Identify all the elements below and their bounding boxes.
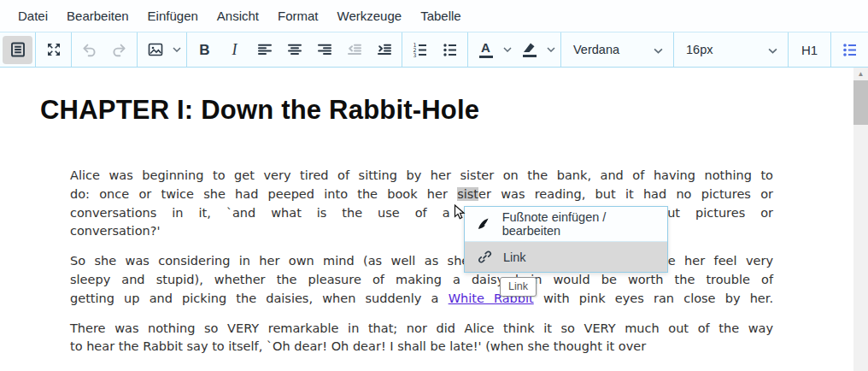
link-tooltip: Link (500, 277, 537, 297)
outdent-button[interactable] (339, 36, 369, 64)
text-color-chevron-icon[interactable] (501, 36, 514, 64)
text-run: getting up and picking the daisies, when… (70, 292, 449, 305)
document-body[interactable]: CHAPTER I: Down the Rabbit-Hole Alice wa… (0, 68, 868, 356)
menu-item-footnote-label: Fußnote einfügen / bearbeiten (502, 210, 655, 238)
menu-insert[interactable]: Einfügen (138, 3, 208, 28)
image-dropdown-chevron-icon[interactable] (170, 36, 184, 64)
editor-window: Datei Bearbeiten Einfügen Ansicht Format… (0, 0, 868, 371)
bold-button[interactable]: B (190, 36, 220, 64)
fullscreen-icon (45, 41, 62, 58)
toolbar-group-image (138, 32, 187, 67)
menubar: Datei Bearbeiten Einfügen Ansicht Format… (0, 0, 868, 32)
document-heading: CHAPTER I: Down the Rabbit-Hole (40, 95, 868, 126)
menu-item-link[interactable]: Link (465, 242, 667, 272)
editor-content-area[interactable]: CHAPTER I: Down the Rabbit-Hole Alice wa… (0, 68, 868, 371)
undo-icon (80, 41, 98, 59)
redo-button[interactable] (104, 36, 134, 64)
font-size-chevron-icon (768, 43, 777, 56)
align-center-icon (286, 41, 303, 58)
font-family-chevron-icon (654, 43, 663, 56)
align-right-icon (316, 41, 333, 58)
menu-format[interactable]: Format (268, 3, 328, 28)
undo-button[interactable] (74, 36, 104, 64)
bullet-list-button[interactable] (435, 36, 465, 64)
text-color-icon: A (479, 41, 493, 58)
font-family-value: Verdana (573, 43, 619, 56)
highlight-chevron-icon[interactable] (544, 36, 558, 64)
indent-button[interactable] (369, 36, 399, 64)
text-line: sleepy and stupid), whether the pleasure… (70, 271, 773, 290)
toolbar-group-history (72, 32, 138, 67)
font-size-select[interactable]: 16px (674, 32, 789, 67)
mouse-cursor-icon (454, 204, 467, 223)
highlight-holder (514, 36, 544, 64)
link-icon (477, 250, 492, 264)
menu-view[interactable]: Ansicht (208, 3, 268, 28)
text-line: do: once or twice she had peeped into th… (70, 186, 773, 204)
quill-icon (477, 217, 491, 231)
indent-icon (376, 41, 393, 58)
toolbar-group-colors: A (468, 32, 561, 67)
menu-item-link-label: Link (503, 250, 526, 264)
align-left-icon (256, 41, 273, 58)
italic-icon: I (232, 42, 238, 57)
scrollbar-up-arrow-icon[interactable]: ▲ (853, 68, 868, 80)
paragraph-3: There was nothing so VERY remarkable in … (70, 320, 773, 357)
bold-icon: B (199, 43, 209, 57)
italic-button[interactable]: I (220, 36, 249, 64)
align-left-button[interactable] (249, 36, 279, 64)
link-tooltip-label: Link (508, 280, 528, 292)
menu-table[interactable]: Tabelle (411, 3, 471, 28)
scrollbar-thumb[interactable] (853, 80, 868, 125)
menu-tools[interactable]: Werkzeuge (328, 3, 412, 28)
svg-text:3: 3 (413, 52, 416, 58)
toolbar-group-lists: 123 (402, 32, 468, 67)
text-line: to hear the Rabbit say to itself, `Oh de… (70, 338, 773, 356)
numbered-list-button[interactable]: 123 (405, 36, 435, 64)
toc-list-icon (842, 41, 859, 58)
insert-image-button[interactable] (140, 36, 184, 64)
heading-h1-label: H1 (801, 43, 818, 57)
toc-list-button[interactable] (835, 36, 865, 64)
font-size-value: 16px (686, 43, 713, 56)
image-icon (147, 41, 164, 58)
context-menu: Fußnote einfügen / bearbeiten Link (464, 206, 668, 273)
heading-h1-button[interactable]: H1 (789, 32, 831, 67)
outdent-icon (346, 41, 363, 58)
toolbar: B I (0, 32, 868, 68)
fullscreen-button[interactable] (38, 36, 68, 64)
bullet-list-icon (442, 41, 459, 58)
font-family-select[interactable]: Verdana (561, 32, 674, 67)
text-line: Alice was beginning to get very tired of… (70, 167, 773, 186)
highlight-icon (522, 42, 537, 57)
highlight-color-button[interactable] (514, 36, 558, 64)
selected-text: sist (457, 187, 478, 201)
text-line: getting up and picking the daisies, when… (70, 290, 773, 309)
document-view-button[interactable] (3, 36, 32, 64)
text-run: er was reading, but it had no pictures o… (478, 187, 773, 201)
vertical-scrollbar[interactable]: ▲ (853, 68, 868, 371)
text-run: do: once or twice she had peeped into th… (70, 187, 457, 201)
image-icon-holder (140, 36, 170, 64)
toolbar-group-fullscreen (36, 32, 72, 67)
menu-item-footnote[interactable]: Fußnote einfügen / bearbeiten (465, 207, 667, 241)
align-right-button[interactable] (309, 36, 339, 64)
text-run: with pink eyes ran close by her. (534, 292, 773, 305)
text-line: There was nothing so VERY remarkable in … (70, 320, 773, 339)
menu-file[interactable]: Datei (9, 3, 57, 28)
toolbar-group-format: B I (187, 32, 402, 67)
document-view-icon (9, 41, 26, 58)
toolbar-group-toc (831, 32, 868, 67)
text-color-holder: A (471, 36, 501, 64)
toolbar-group-view (0, 32, 36, 67)
text-color-button[interactable]: A (471, 36, 514, 64)
align-center-button[interactable] (279, 36, 309, 64)
numbered-list-icon: 123 (412, 41, 429, 58)
menu-edit[interactable]: Bearbeiten (57, 3, 138, 28)
redo-icon (110, 41, 128, 59)
